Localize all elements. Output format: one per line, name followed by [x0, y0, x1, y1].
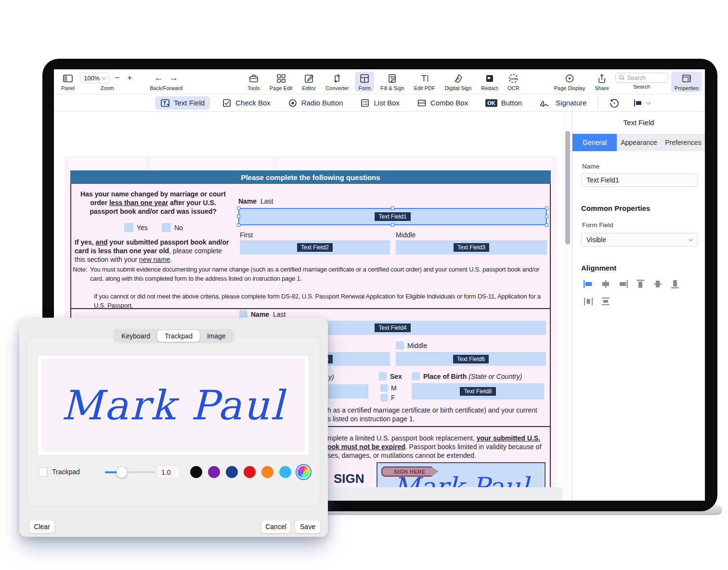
grid-icon	[276, 73, 286, 84]
tool-radio-button[interactable]: Radio Button	[283, 96, 349, 110]
zoom-in-button[interactable]: +	[125, 73, 134, 83]
text-field-8[interactable]: Text Field8	[412, 383, 544, 400]
zoom-select[interactable]: 100%	[80, 73, 109, 83]
forward-button[interactable]: →	[166, 73, 181, 83]
name-checkbox[interactable]	[239, 310, 247, 318]
search-input[interactable]	[627, 75, 664, 81]
save-button[interactable]: Save	[295, 520, 321, 533]
text-field-3[interactable]: Text Field3	[396, 240, 547, 255]
align-middle-vertical-button[interactable]	[652, 279, 663, 289]
toolbar-item-ocr[interactable]: OCR OCR	[504, 72, 522, 92]
search-icon	[619, 75, 625, 81]
share-button[interactable]: Share	[592, 72, 612, 92]
tool-check-box[interactable]: Check Box	[217, 96, 276, 110]
tab-preferences[interactable]: Preferences	[661, 134, 705, 151]
toolbar-item-editor[interactable]: Editor	[299, 72, 319, 92]
zoom-out-button[interactable]: −	[112, 73, 122, 83]
tool-combo-box[interactable]: Combo Box	[412, 96, 473, 110]
toolbar-item-page-edit[interactable]: Page Edit	[266, 72, 296, 92]
sex-m-label: M	[391, 384, 397, 392]
trackpad-checkbox[interactable]	[39, 467, 48, 477]
text-field-3-badge: Text Field3	[454, 243, 489, 252]
cancel-button[interactable]: Cancel	[261, 520, 291, 533]
field-name-input[interactable]	[581, 173, 698, 187]
page-display-label: Page Display	[554, 85, 585, 91]
history-button[interactable]	[604, 96, 625, 110]
selection-handle[interactable]	[545, 207, 548, 210]
convert-arrows-icon	[332, 73, 342, 84]
clear-button[interactable]: Clear	[29, 520, 55, 533]
toolbar-label-redact: Redact	[481, 85, 498, 91]
panel-button[interactable]: Panel	[58, 72, 78, 92]
toolbar-item-tools[interactable]: Tools	[244, 72, 263, 92]
sex-checkbox[interactable]	[379, 372, 387, 380]
page-display-icon	[564, 73, 575, 84]
slider-thumb[interactable]	[117, 467, 127, 478]
form-field-select[interactable]: Visible	[581, 233, 698, 246]
stroke-width-slider[interactable]	[105, 471, 155, 473]
selection-handle[interactable]	[237, 207, 240, 210]
tool-list-box-label: List Box	[374, 99, 399, 107]
partial-field-box	[151, 158, 271, 168]
toolbar-item-form[interactable]: Form	[355, 72, 374, 92]
tool-signature[interactable]: Signature	[534, 96, 592, 110]
signature-canvas[interactable]: Mark Paul	[38, 355, 309, 455]
selection-handle[interactable]	[391, 223, 394, 227]
selection-handle[interactable]	[545, 215, 548, 218]
tab-trackpad[interactable]: Trackpad	[157, 330, 200, 342]
replacement-line-2: ook must not be expired. Passport books …	[327, 442, 551, 451]
field-flag-button[interactable]	[628, 97, 655, 109]
toolbar-item-edit-pdf[interactable]: Edit PDF	[411, 72, 439, 92]
color-swatch-orange[interactable]	[261, 466, 273, 478]
selection-handle[interactable]	[391, 207, 394, 210]
sex-f-checkbox[interactable]	[380, 394, 388, 402]
distribute-horizontal-button[interactable]	[583, 297, 594, 306]
selection-handle[interactable]	[237, 223, 240, 227]
align-top-button[interactable]	[635, 279, 646, 289]
scrollbar-track[interactable]	[562, 112, 572, 501]
tool-list-box[interactable]: List Box	[355, 96, 404, 110]
toolbar-item-redact[interactable]: Redact	[478, 72, 501, 92]
color-wheel-swatch[interactable]	[298, 466, 310, 478]
q1-yes-checkbox[interactable]	[124, 223, 133, 232]
page-display-button[interactable]: Page Display	[551, 72, 589, 92]
toolbar-item-digital-sign[interactable]: Digital Sign	[442, 72, 475, 92]
signature-preview: Mark Paul	[61, 382, 285, 429]
sex-f-label: F	[391, 394, 395, 402]
tool-button[interactable]: OK Button	[480, 97, 527, 109]
color-swatch-skyblue[interactable]	[279, 466, 291, 478]
text-field-7-partial[interactable]	[326, 384, 368, 399]
text-field-1[interactable]: Text Field1	[238, 208, 547, 225]
text-field-6[interactable]: Text Field6	[396, 352, 546, 366]
tab-general[interactable]: General	[572, 134, 617, 151]
selection-handle[interactable]	[237, 215, 240, 218]
middle-checkbox[interactable]	[396, 341, 404, 350]
search-input-box[interactable]	[615, 73, 668, 83]
align-bottom-button[interactable]	[670, 279, 680, 289]
scrollbar-thumb[interactable]	[565, 131, 570, 245]
toolbar-item-fill-sign[interactable]: Fill & Sign	[377, 72, 408, 92]
tab-image[interactable]: Image	[200, 330, 233, 342]
selection-handle[interactable]	[545, 223, 548, 227]
trackpad-checkbox-label: Trackpad	[52, 468, 80, 476]
tab-keyboard[interactable]: Keyboard	[114, 330, 157, 342]
text-field-2[interactable]: Text Field2	[240, 240, 390, 255]
align-right-button[interactable]	[618, 279, 628, 289]
color-swatch-black[interactable]	[190, 466, 202, 478]
tab-appearance[interactable]: Appearance	[617, 134, 661, 151]
sex-m-checkbox[interactable]	[380, 384, 388, 392]
form-tools-toolbar: T Text Field Check Box Radio Button List…	[54, 94, 705, 112]
align-center-horizontal-button[interactable]	[600, 279, 611, 289]
toolbar-item-converter[interactable]: Converter	[322, 72, 352, 92]
color-swatch-purple[interactable]	[208, 466, 220, 478]
align-left-button[interactable]	[583, 279, 594, 289]
tool-text-field[interactable]: T Text Field	[155, 96, 210, 110]
pob-checkbox[interactable]	[412, 372, 420, 380]
q1-no-checkbox[interactable]	[162, 223, 171, 232]
color-swatch-navy[interactable]	[226, 466, 238, 478]
signature-mode-tabs: Keyboard Trackpad Image	[113, 329, 234, 343]
color-swatch-red[interactable]	[244, 466, 256, 478]
properties-button[interactable]: Properties	[671, 72, 702, 92]
back-button[interactable]: ←	[151, 73, 166, 83]
distribute-vertical-button[interactable]	[600, 297, 611, 306]
